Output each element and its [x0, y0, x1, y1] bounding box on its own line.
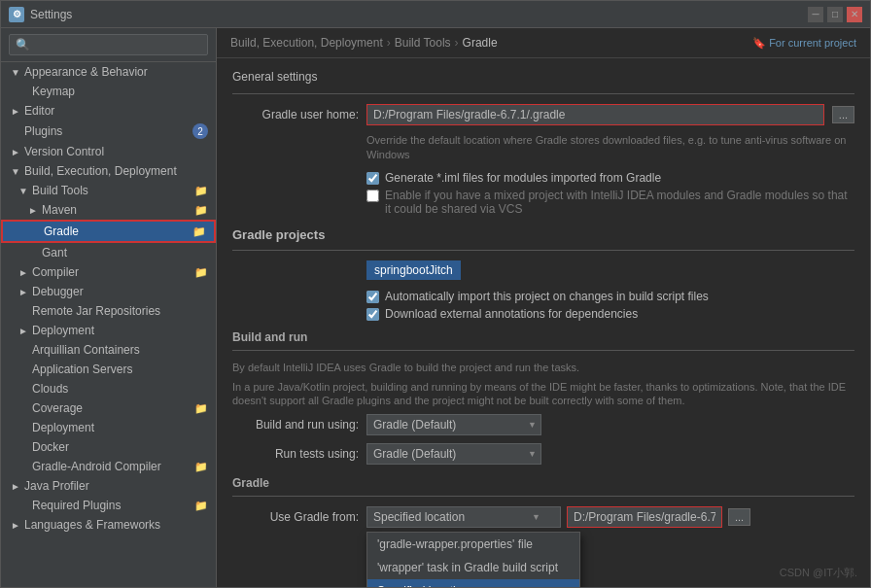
sidebar-item-deployment-main[interactable]: ► Deployment [1, 321, 216, 340]
sidebar-item-required-plugins[interactable]: Required Plugins 📁 [1, 496, 216, 515]
use-gradle-from-select[interactable]: Specified location ▼ [366, 506, 561, 528]
build-run-using-select-wrapper: Gradle (Default) [366, 414, 541, 435]
sidebar-item-label: Appearance & Behavior [24, 65, 208, 79]
build-run-help2: In a pure Java/Kotlin project, building … [232, 380, 854, 408]
folder-icon: 📁 [194, 204, 208, 217]
sidebar-item-gradle[interactable]: Gradle 📁 [1, 220, 216, 243]
use-gradle-from-input-row: Specified location ▼ ... [366, 506, 854, 528]
folder-icon: 📁 [194, 185, 208, 197]
sidebar-item-deployment[interactable]: Deployment [1, 418, 216, 437]
section-divider2 [232, 250, 854, 251]
sidebar-item-clouds[interactable]: Clouds [1, 379, 216, 398]
checkbox-auto-import[interactable] [366, 291, 379, 303]
download-annotations-row: Download external annotations for depend… [366, 307, 854, 321]
sidebar-item-label: Maven [42, 203, 191, 217]
sidebar-item-languages[interactable]: ► Languages & Frameworks [1, 515, 216, 535]
sidebar-item-build-execution[interactable]: ▼ Build, Execution, Deployment [1, 161, 216, 181]
breadcrumb-sep2: › [455, 36, 459, 50]
watermark: CSDN @IT小郭. [780, 566, 857, 580]
sidebar-item-label: Build, Execution, Deployment [24, 164, 208, 178]
checkbox-iml[interactable] [366, 172, 379, 185]
folder-icon: 📁 [194, 461, 208, 473]
plugins-badge: 2 [192, 123, 208, 139]
sidebar-item-label: Coverage [32, 401, 191, 415]
sidebar-item-keymap[interactable]: Keymap [1, 82, 216, 101]
sidebar-item-label: Required Plugins [32, 499, 191, 512]
sidebar-item-label: Gradle-Android Compiler [32, 460, 191, 473]
sidebar-item-appearance[interactable]: ▼ Appearance & Behavior [1, 62, 216, 82]
sidebar-item-app-servers[interactable]: Application Servers [1, 360, 216, 379]
sidebar-item-debugger[interactable]: ► Debugger [1, 282, 216, 301]
sidebar-item-docker[interactable]: Docker [1, 437, 216, 457]
dropdown-item-specified-location[interactable]: Specified location [367, 579, 579, 587]
use-gradle-from-row: Use Gradle from: Specified location ▼ ..… [232, 506, 854, 528]
checkbox-iml-label: Generate *.iml files for modules importe… [385, 171, 661, 185]
maximize-button[interactable]: □ [827, 7, 843, 22]
sidebar-item-compiler[interactable]: ► Compiler 📁 [1, 262, 216, 282]
sidebar-item-maven[interactable]: ► Maven 📁 [1, 200, 216, 220]
sidebar-item-label: Plugins [24, 124, 189, 138]
use-gradle-from-label: Use Gradle from: [232, 506, 359, 524]
sidebar-item-remote-jar[interactable]: Remote Jar Repositories [1, 301, 216, 321]
gradle-location-input[interactable] [567, 506, 722, 528]
sidebar-item-label: Clouds [32, 382, 208, 396]
breadcrumb-part1: Build, Execution, Deployment [230, 36, 383, 50]
gradle-home-browse-button[interactable]: ... [832, 106, 854, 123]
arrow-icon: ► [18, 326, 30, 336]
checkbox-iml-row: Generate *.iml files for modules importe… [366, 171, 854, 185]
arrow-icon: ► [11, 520, 22, 531]
general-settings-title: General settings [232, 70, 317, 84]
sidebar-item-java-profiler[interactable]: ► Java Profiler [1, 476, 216, 496]
sidebar-item-label: Docker [32, 440, 208, 454]
sidebar-item-label: Keymap [32, 85, 208, 98]
bookmark-icon: 🔖 [752, 37, 766, 49]
gradle-location-browse-button[interactable]: ... [728, 508, 750, 526]
gradle-home-help: Override the default location where Grad… [366, 133, 854, 163]
build-run-using-label: Build and run using: [232, 418, 359, 432]
sidebar-item-plugins[interactable]: Plugins 2 [1, 121, 216, 142]
close-button[interactable]: ✕ [847, 7, 862, 22]
main-panel: Build, Execution, Deployment › Build Too… [217, 28, 870, 587]
sidebar-item-coverage[interactable]: Coverage 📁 [1, 398, 216, 418]
sidebar-item-version-control[interactable]: ► Version Control [1, 142, 216, 161]
gradle-from-dropdown: 'gradle-wrapper.properties' file 'wrappe… [366, 532, 580, 587]
checkbox-shared[interactable] [366, 190, 379, 202]
sidebar-item-label: Compiler [32, 265, 191, 279]
gradle-home-label: Gradle user home: [232, 108, 359, 121]
general-settings-header: General settings [232, 70, 854, 84]
search-input[interactable] [9, 34, 208, 55]
sidebar-item-label: Deployment [32, 324, 208, 337]
dropdown-item-wrapper-props[interactable]: 'gradle-wrapper.properties' file [367, 533, 579, 556]
sidebar-item-build-tools[interactable]: ▼ Build Tools 📁 [1, 181, 216, 200]
window-controls: ─ □ ✕ [808, 7, 862, 22]
sidebar-item-arquillian[interactable]: Arquillian Containers [1, 340, 216, 360]
app-icon: ⚙ [9, 7, 24, 22]
gradle-home-input[interactable] [366, 104, 824, 125]
main-content: ▼ Appearance & Behavior Keymap ► Editor … [1, 28, 870, 587]
sidebar: ▼ Appearance & Behavior Keymap ► Editor … [1, 28, 217, 587]
arrow-icon: ► [18, 287, 30, 297]
sidebar-item-label: Gradle [44, 225, 189, 238]
section-divider1 [232, 93, 854, 94]
section-divider4 [232, 496, 854, 497]
gradle-projects-title: Gradle projects [232, 227, 854, 242]
build-run-using-select[interactable]: Gradle (Default) [366, 414, 541, 435]
checkbox-download-annotations[interactable] [366, 308, 379, 321]
project-name-box[interactable]: springbootJitch [366, 260, 461, 280]
sidebar-item-gradle-android[interactable]: Gradle-Android Compiler 📁 [1, 457, 216, 476]
dropdown-item-wrapper-task[interactable]: 'wrapper' task in Gradle build script [367, 556, 579, 579]
for-current-label: For current project [769, 37, 856, 49]
sidebar-item-gant[interactable]: Gant [1, 243, 216, 262]
folder-icon: 📁 [194, 500, 208, 512]
run-tests-select[interactable]: Gradle (Default) [366, 443, 541, 465]
arrow-icon: ▼ [18, 186, 30, 196]
breadcrumb-part2: Build Tools [395, 36, 451, 50]
run-tests-row: Run tests using: Gradle (Default) [232, 443, 854, 465]
minimize-button[interactable]: ─ [808, 7, 823, 22]
auto-import-label: Automatically import this project on cha… [385, 290, 709, 303]
gradle-home-row: Gradle user home: ... [232, 104, 854, 125]
build-run-help1: By default IntelliJ IDEA uses Gradle to … [232, 361, 854, 374]
arrow-icon: ► [28, 205, 40, 216]
sidebar-item-editor[interactable]: ► Editor [1, 101, 216, 121]
search-area [1, 28, 216, 62]
